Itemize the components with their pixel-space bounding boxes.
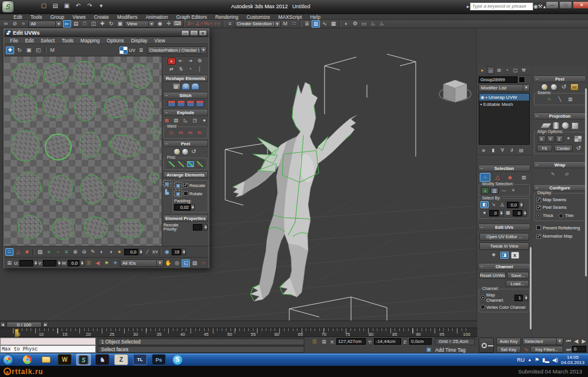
tray-expand-icon[interactable]: ▲: [527, 358, 532, 362]
straighten-icon[interactable]: ┆: [196, 66, 204, 73]
panel-quick-peel-icon[interactable]: ↯: [541, 84, 548, 91]
menu-edit[interactable]: Edit: [9, 14, 26, 20]
peel-seams-checkbox[interactable]: [536, 205, 541, 210]
modifier-stack[interactable]: ◉ ▪ Unwrap UVW ▪ Editable Mesh: [479, 93, 530, 145]
center-button[interactable]: Center: [554, 145, 573, 152]
prev-frame-icon[interactable]: ◀: [572, 338, 580, 345]
zoom-extents-icon[interactable]: ▧: [191, 259, 199, 267]
taskbar-skype-icon[interactable]: S: [171, 354, 185, 365]
select-and-scale-icon[interactable]: ▣: [116, 20, 124, 28]
stitch-source-icon[interactable]: [186, 100, 195, 107]
modify-tab-icon[interactable]: ◎: [487, 66, 495, 74]
filter-faces-icon[interactable]: ◀: [93, 259, 102, 267]
align-z-button[interactable]: Z: [556, 135, 563, 142]
taskbar-darkapp-icon[interactable]: ♞: [95, 354, 109, 365]
play-icon[interactable]: ▶: [580, 338, 588, 345]
track-bar[interactable]: 5101520253035404550556065707580859095100: [0, 328, 477, 337]
pin-selected-icon[interactable]: [168, 161, 176, 168]
matid-filter-dropdown[interactable]: All IDs▼: [120, 259, 163, 267]
add-time-tag[interactable]: Add Time Tag: [435, 347, 466, 353]
menu-views[interactable]: Views: [68, 14, 90, 20]
angle-snap-icon[interactable]: ∠∩: [195, 20, 203, 28]
best-align-icon[interactable]: [574, 135, 582, 142]
maxscript-listener-pink[interactable]: [0, 338, 96, 345]
pack-normalize-icon[interactable]: ▦: [163, 180, 171, 187]
shrink-loop-icon[interactable]: ⊖: [80, 248, 88, 256]
uv-edge-mode-icon[interactable]: △: [14, 248, 22, 256]
reset-peel-icon[interactable]: ↺: [190, 148, 198, 155]
display-tab-icon[interactable]: ▢: [512, 66, 519, 74]
zoom-region-icon[interactable]: ◱: [182, 259, 190, 267]
uvw-move-icon[interactable]: ✚: [6, 46, 14, 54]
space-h-icon[interactable]: ⇄: [168, 66, 176, 73]
menu-graph-editors[interactable]: Graph Editors: [172, 14, 211, 20]
maxscript-listener-white[interactable]: Max to Physc: [0, 345, 96, 353]
bind-to-spacewarp-icon[interactable]: ≈: [19, 20, 28, 28]
open-file-icon[interactable]: ▤: [51, 2, 60, 10]
map-seams-checkbox[interactable]: [536, 198, 541, 202]
select-and-link-icon[interactable]: ∞: [2, 20, 10, 28]
falloff-space-label[interactable]: XY: [152, 249, 158, 255]
prevent-reflattening-checkbox[interactable]: [536, 225, 541, 230]
uvw-mirror-icon[interactable]: M: [48, 46, 56, 54]
object-color-swatch[interactable]: [519, 76, 525, 83]
search-input[interactable]: [470, 2, 533, 11]
snap-toggle-3d-icon[interactable]: 3∩: [186, 20, 195, 28]
uvw-menu-mapping[interactable]: Mapping: [77, 38, 103, 44]
stitch-rollout[interactable]: Stitch: [163, 92, 208, 99]
stitch-custom-icon[interactable]: [168, 100, 176, 107]
undo-icon[interactable]: ↶: [74, 2, 83, 10]
hide-icon[interactable]: ☀: [102, 259, 111, 267]
remove-modifier-icon[interactable]: ∂: [508, 146, 516, 154]
taskbar-explorer-icon[interactable]: [39, 354, 53, 365]
redo-icon[interactable]: ↷: [85, 2, 94, 10]
select-by-name-icon[interactable]: ▤: [72, 20, 80, 28]
quick-transform-icon[interactable]: +: [168, 58, 176, 65]
uvw-menu-edit[interactable]: Edit: [22, 38, 38, 44]
y-coord-field[interactable]: -14,44cm: [374, 338, 401, 345]
percent-snap-icon[interactable]: %∩: [204, 20, 212, 28]
grow-selection-icon[interactable]: ＋: [45, 248, 53, 256]
uvw-menu-options[interactable]: Options: [103, 38, 127, 44]
rendered-frame-icon[interactable]: ▭: [360, 20, 368, 28]
soft-falloff-spinner[interactable]: [139, 249, 143, 255]
use-pivot-center-icon[interactable]: ◉: [156, 20, 164, 28]
vertex-color-radio[interactable]: [480, 305, 485, 309]
time-slider[interactable]: ◀ 0 / 100 ▶: [0, 321, 477, 328]
motion-tab-icon[interactable]: ◔: [503, 66, 511, 74]
weld-all-icon[interactable]: ⋈: [186, 129, 195, 136]
edge-limit-field[interactable]: 15: [172, 249, 181, 255]
align-v-icon[interactable]: ⇥: [186, 58, 195, 65]
shrink-icon[interactable]: ▥: [490, 187, 499, 194]
pack-custom-icon[interactable]: ▣: [174, 190, 182, 197]
menu-rendering[interactable]: Rendering: [211, 14, 242, 20]
unlink-selection-icon[interactable]: ⊘: [11, 20, 19, 28]
menu-tools[interactable]: Tools: [26, 14, 46, 20]
spinner-snap-icon[interactable]: ↕∩: [213, 20, 221, 28]
selection-filter-dropdown[interactable]: All▼: [28, 21, 62, 28]
layer-manager-icon[interactable]: ≣: [303, 20, 311, 28]
map-channel-radio[interactable]: [480, 295, 485, 300]
wrap-rollout[interactable]: Wrap: [533, 161, 586, 168]
pin-cursor-icon[interactable]: ▻: [196, 161, 204, 168]
peel-rollout[interactable]: Peel: [533, 75, 586, 82]
uv-face-mode-icon[interactable]: ■: [23, 248, 31, 256]
edit-uvs-rollout[interactable]: Edit UVs: [478, 223, 530, 231]
selection-rollout[interactable]: Selection: [478, 165, 530, 172]
convert-to-seams-icon[interactable]: ▥: [566, 96, 574, 103]
lock-selection-icon[interactable]: ⚿: [85, 259, 93, 267]
projection-rollout[interactable]: Projection: [533, 112, 586, 119]
uvw-freeform-icon[interactable]: ◰: [34, 46, 42, 54]
edit-uvws-titlebar[interactable]: Edit UVWs — □ ✕: [4, 29, 209, 37]
uvw-rotate-icon[interactable]: ↻: [15, 46, 24, 54]
relax-until-flat-icon[interactable]: ↯: [182, 83, 190, 90]
load-uvws-button[interactable]: Load...: [506, 280, 529, 287]
paint-shrink-icon[interactable]: ◑: [106, 248, 115, 256]
reference-coordinate-dropdown[interactable]: View▼: [125, 21, 155, 28]
selection-lock-icon[interactable]: ⚿: [310, 338, 319, 346]
object-name-field[interactable]: Group28999: [479, 76, 517, 83]
named-selection-dropdown[interactable]: Create Selection Se▼: [235, 21, 280, 28]
show-end-result-icon[interactable]: ▮: [489, 146, 497, 154]
map-channel-field[interactable]: 1: [514, 295, 523, 301]
time-back-arrow[interactable]: ◀: [0, 322, 5, 328]
